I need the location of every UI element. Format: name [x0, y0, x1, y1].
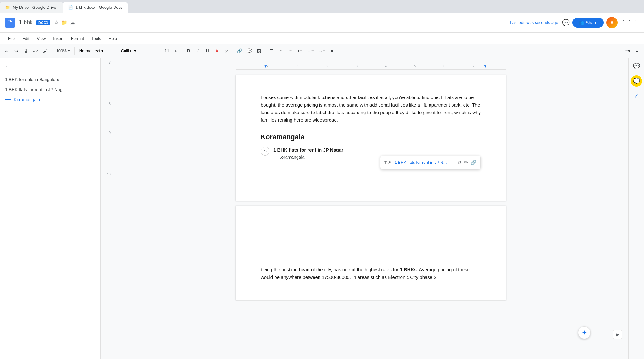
line-number-9: 9	[101, 131, 111, 135]
sidebar-item-rent[interactable]: 1 BHK flats for rent in JP Nag...	[5, 85, 95, 95]
toolbar-divider-4	[152, 47, 152, 55]
sidebar-item-koramangala[interactable]: Koramangala	[5, 95, 95, 105]
line-numbers: 7 8 9 10	[101, 58, 113, 359]
print-button[interactable]: 🖨	[21, 47, 30, 55]
apps-icon[interactable]: ⋮⋮⋮	[620, 19, 639, 26]
menu-file[interactable]: File	[5, 35, 18, 42]
redo-button[interactable]: ↪	[12, 47, 21, 55]
comment-icon[interactable]: 💬	[562, 19, 570, 26]
indent-decrease-button[interactable]: ←≡	[305, 47, 316, 55]
spellcheck-button[interactable]: ✓a	[31, 47, 40, 55]
share-people-icon: 👥	[579, 20, 584, 25]
sidebar-item-sale[interactable]: 1 BHK for sale in Bangalore	[5, 75, 95, 85]
bold-button[interactable]: B	[184, 47, 193, 55]
font-chevron-icon: ▾	[134, 48, 136, 53]
koramangala-heading: Koramangala	[261, 131, 481, 142]
right-panel-add-icon[interactable]: +	[631, 356, 642, 359]
toolbar-divider-3	[116, 47, 116, 55]
link-tooltip: T↗ 1 BHK flats for rent in JP N... ⧉ ✏ 🔗	[380, 156, 481, 169]
refresh-icon[interactable]: ↻	[261, 147, 269, 156]
back-arrow-icon: ←	[5, 63, 11, 69]
font-color-button[interactable]: A	[213, 47, 221, 55]
zoom-select[interactable]: 100% ▾	[54, 47, 72, 54]
font-select[interactable]: Calibri ▾	[118, 47, 150, 54]
avatar[interactable]: A	[606, 17, 618, 28]
ai-assist-button[interactable]: ✦	[578, 326, 591, 339]
right-panel: 💬 💭 ✓ +	[628, 58, 644, 359]
ruler-right-marker: ▼	[483, 64, 487, 69]
menu-insert[interactable]: Insert	[50, 35, 67, 42]
toolbar-divider-1	[52, 47, 52, 55]
cloud-icon[interactable]: ☁	[70, 19, 75, 25]
drive-tab-icon: 📁	[5, 5, 10, 10]
menu-format[interactable]: Format	[68, 35, 87, 42]
toolbar-divider-2	[74, 47, 75, 55]
tab-docs[interactable]: 📄 1 bhk.docx - Google Docs	[63, 2, 128, 13]
formatting-options-button[interactable]: ≡▾	[623, 47, 632, 55]
zoom-chevron-icon: ▾	[68, 48, 70, 53]
clear-format-button[interactable]: ✕	[328, 47, 336, 55]
menu-edit[interactable]: Edit	[19, 35, 32, 42]
toolbar-divider-7	[265, 47, 265, 55]
page-1: houses come with modular kitchens and ot…	[236, 75, 506, 201]
collapse-button[interactable]: ▲	[633, 47, 641, 55]
star-icon[interactable]: ☆	[54, 19, 58, 25]
right-panel-comment-icon[interactable]: 💬	[631, 60, 642, 72]
ordered-list-button[interactable]: ≡	[286, 47, 295, 55]
line-number-8: 8	[101, 102, 111, 106]
folder-icon[interactable]: 📁	[61, 19, 67, 25]
tooltip-actions: ⧉ ✏ 🔗	[458, 158, 477, 167]
toolbar: ↩ ↪ 🖨 ✓a 🖌 100% ▾ Normal text ▾ Calibri …	[0, 44, 644, 58]
tab-drive[interactable]: 📁 My Drive - Google Drive	[0, 2, 63, 13]
menu-view[interactable]: View	[34, 35, 49, 42]
last-edit-text: Last edit was seconds ago	[510, 20, 558, 25]
highlight-button[interactable]: 🖊	[222, 47, 231, 55]
header-right: 💬 👥 Share A ⋮⋮⋮	[562, 17, 639, 28]
page-2: being the bustling heart of the city, ha…	[236, 206, 506, 300]
link-row: ↻ 1 BHK flats for rent in JP Nagar Koram…	[261, 146, 481, 161]
tooltip-link-text[interactable]: 1 BHK flats for rent in JP N...	[395, 159, 454, 166]
ruler-left-marker: ▼	[264, 64, 268, 69]
docx-badge: DOCX	[36, 20, 50, 25]
app-header: 1 bhk DOCX ☆ 📁 ☁ Last edit was seconds a…	[0, 13, 644, 33]
indent-increase-button[interactable]: →≡	[316, 47, 327, 55]
font-size-increase-button[interactable]: +	[171, 47, 180, 55]
tooltip-edit-icon[interactable]: ✏	[464, 158, 468, 167]
menu-bar: File Edit View Insert Format Tools Help	[0, 33, 644, 44]
text-style-value: Normal text	[79, 48, 100, 53]
font-size-control: − 11 +	[154, 47, 180, 55]
bottom-text-start: being the bustling heart of the city, ha…	[261, 267, 400, 272]
align-button[interactable]: ☰	[267, 47, 276, 55]
menu-tools[interactable]: Tools	[88, 35, 104, 42]
ruler-marks: -1 1 2 3 4 5 6 7	[236, 64, 506, 68]
menu-help[interactable]: Help	[105, 35, 120, 42]
zoom-value: 100%	[56, 48, 66, 53]
paint-format-button[interactable]: 🖌	[41, 47, 50, 55]
insert-image-button[interactable]: 🖼	[254, 47, 263, 55]
toolbar-divider-6	[233, 47, 233, 55]
share-button[interactable]: 👥 Share	[572, 18, 604, 28]
docs-tab-label: 1 bhk.docx - Google Docs	[75, 5, 123, 10]
doc-area: ▼ -1 1 2 3 4 5 6 7 ▼ houses come with mo…	[113, 58, 628, 359]
right-panel-chat-icon[interactable]: 💭	[631, 75, 642, 87]
insert-link-button[interactable]: 🔗	[235, 47, 244, 55]
sidebar-back-button[interactable]: ←	[5, 63, 95, 69]
line-number-10: 10	[101, 172, 111, 176]
intro-paragraph: houses come with modular kitchens and ot…	[261, 94, 481, 124]
tooltip-unlink-icon[interactable]: 🔗	[470, 158, 477, 167]
italic-button[interactable]: I	[194, 47, 203, 55]
undo-button[interactable]: ↩	[3, 47, 11, 55]
doc-title[interactable]: 1 bhk	[19, 19, 33, 26]
docs-logo	[5, 18, 15, 28]
line-spacing-button[interactable]: ↕	[277, 47, 286, 55]
main-layout: ← 1 BHK for sale in Bangalore 1 BHK flat…	[0, 58, 644, 359]
insert-comment-button[interactable]: 💬	[245, 47, 254, 55]
font-size-decrease-button[interactable]: −	[154, 47, 163, 55]
underline-button[interactable]: U	[203, 47, 212, 55]
text-style-select[interactable]: Normal text ▾	[76, 47, 114, 54]
expand-button[interactable]: ▶	[613, 330, 622, 339]
unordered-list-button[interactable]: •≡	[296, 47, 304, 55]
tooltip-copy-icon[interactable]: ⧉	[458, 158, 461, 167]
link-title[interactable]: 1 BHK flats for rent in JP Nagar	[273, 146, 481, 154]
right-panel-check-icon[interactable]: ✓	[631, 91, 642, 102]
